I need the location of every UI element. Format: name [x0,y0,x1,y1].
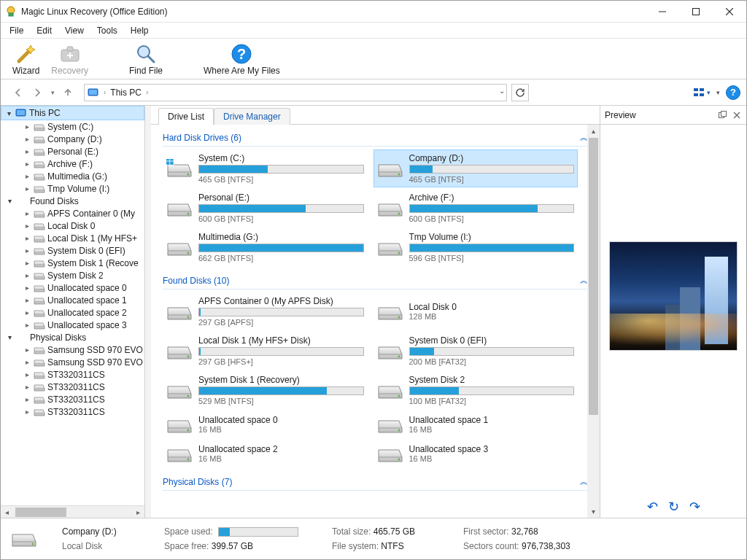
help-button[interactable]: ? [726,85,740,100]
drive-item[interactable]: Tmp Volume (I:)596 GB [NTFS] [374,228,578,266]
drive-item[interactable]: System (C:)465 GB [NTFS] [163,149,368,187]
find-file-button[interactable]: Find File [123,40,169,78]
chevron-right-icon[interactable]: ▸ [23,346,31,354]
drive-item[interactable]: Unallocated space 016 MB [163,411,368,438]
tree-item[interactable]: ▸Tmp Volume (I:) [23,184,144,194]
nav-up-button[interactable] [59,84,77,101]
chevron-right-icon[interactable]: ▸ [23,395,31,403]
drive-item[interactable]: Company (D:)465 GB [NTFS] [374,149,578,187]
close-button[interactable] [713,1,746,23]
rotate-left-button[interactable]: ↶ [647,499,658,515]
tree-item[interactable]: ▸Unallocated space 0 [23,283,144,293]
breadcrumb-root[interactable]: This PC [110,88,142,98]
chevron-right-icon[interactable]: ▸ [23,147,31,155]
tree-item[interactable]: ▸ST3320311CS [23,382,144,392]
tree-item[interactable]: ▸System Disk 0 (EFI) [23,246,144,256]
drive-item[interactable]: System Disk 0 (EFI)200 MB [FAT32] [374,332,578,370]
maximize-button[interactable] [679,1,713,23]
menu-edit[interactable]: Edit [31,24,58,37]
folder-tree[interactable]: ▾ This PC ▸System (C:)▸Company (D:)▸Pers… [1,106,144,505]
tab-drive-manager[interactable]: Drive Manager [214,108,290,125]
preview-popout-button[interactable] [717,110,727,120]
rotate-180-button[interactable]: ↻ [668,499,679,515]
chevron-right-icon[interactable]: ▸ [23,259,31,267]
address-dropdown-icon[interactable]: ⌄ [499,87,505,95]
chevron-right-icon[interactable]: ▸ [23,246,31,254]
menu-file[interactable]: File [4,24,29,37]
drive-item[interactable]: System Disk 2100 MB [FAT32] [374,371,578,409]
minimize-button[interactable] [646,1,679,23]
scroll-thumb[interactable] [15,508,66,517]
drive-item[interactable]: Unallocated space 116 MB [374,411,578,438]
view-mode-button[interactable]: ▾ [694,88,711,98]
tree-item[interactable]: ▸APFS Container 0 (My [23,209,144,219]
chevron-right-icon[interactable]: ▸ [23,296,31,304]
tree-hscrollbar[interactable]: ◂ ▸ [1,505,144,518]
menu-tools[interactable]: Tools [91,24,123,37]
chevron-right-icon[interactable]: ▸ [23,222,31,230]
scroll-right-icon[interactable]: ▸ [132,506,144,518]
chevron-right-icon[interactable]: ▸ [23,184,31,192]
chevron-down-icon[interactable]: ▾ [5,333,14,341]
wizard-button[interactable]: Wizard [7,40,45,78]
drive-item[interactable]: Unallocated space 316 MB [374,440,578,467]
tree-item[interactable]: ▸Multimedia (G:) [23,171,144,182]
chevron-right-icon[interactable]: ▸ [23,370,31,378]
drive-item[interactable]: Local Disk 0128 MB [374,292,578,330]
nav-forward-button[interactable] [28,84,46,101]
tree-item[interactable]: ▸Archive (F:) [23,159,144,169]
where-files-button[interactable]: ? Where Are My Files [198,40,286,78]
chevron-right-icon[interactable]: ▸ [23,408,31,416]
scroll-down-icon[interactable]: ▾ [587,505,600,518]
tree-item[interactable]: ▸ST3320311CS [23,394,144,405]
chevron-right-icon[interactable]: ▸ [23,122,31,131]
scroll-left-icon[interactable]: ◂ [1,506,13,518]
tree-item[interactable]: ▸Local Disk 1 (My HFS+ [23,233,144,244]
tree-item[interactable]: ▸System Disk 1 (Recove [23,258,144,268]
tree-item[interactable]: ▸Company (D:) [23,134,144,144]
tree-item[interactable]: ▸Local Disk 0 [23,221,144,231]
chevron-down-icon[interactable]: ▾ [5,197,14,205]
chevron-right-icon[interactable]: ▸ [23,209,31,217]
chevron-right-icon[interactable]: ▸ [23,383,31,391]
chevron-right-icon[interactable]: ▸ [23,271,31,279]
chevron-right-icon[interactable]: ▸ [23,358,31,366]
drive-item[interactable]: Unallocated space 216 MB [163,440,368,467]
menu-help[interactable]: Help [125,24,155,37]
tree-physical-disks[interactable]: ▾ Physical Disks [5,332,144,343]
drive-item[interactable]: Archive (F:)600 GB [NTFS] [374,189,578,227]
rotate-right-button[interactable]: ↷ [689,499,700,515]
drive-item[interactable]: APFS Container 0 (My APFS Disk)297 GB [A… [163,292,368,330]
refresh-button[interactable] [511,84,529,101]
section-physical[interactable]: Physical Disks (7) ︽ [163,473,588,491]
chevron-down-icon[interactable]: ▾ [4,109,13,117]
menu-view[interactable]: View [59,24,90,37]
drive-item[interactable]: Local Disk 1 (My HFS+ Disk)297 GB [HFS+] [163,332,368,370]
content-vscrollbar[interactable]: ▴ ▾ [587,125,600,518]
tree-item[interactable]: ▸ST3320311CS [23,407,144,417]
tree-item[interactable]: ▸Samsung SSD 970 EVO [23,357,144,368]
chevron-right-icon[interactable]: ▸ [23,160,31,168]
tree-item[interactable]: ▸Samsung SSD 970 EVO [23,345,144,355]
scroll-thumb[interactable] [589,138,598,415]
drive-item[interactable]: Personal (E:)600 GB [NTFS] [163,189,368,227]
tree-item[interactable]: ▸Unallocated space 3 [23,320,144,330]
view-mode-dropdown[interactable]: ▾ [716,89,720,96]
tree-item[interactable]: ▸System Disk 2 [23,271,144,281]
nav-back-button[interactable] [9,84,27,101]
chevron-right-icon[interactable]: ▸ [23,234,31,242]
tree-root[interactable]: ▾ This PC [1,106,144,120]
tab-drive-list[interactable]: Drive List [158,108,214,125]
chevron-right-icon[interactable]: ▸ [23,321,31,329]
chevron-right-icon[interactable]: ▸ [23,135,31,143]
drive-item[interactable]: Multimedia (G:)662 GB [NTFS] [163,228,368,266]
nav-history-button[interactable]: ▾ [47,84,58,101]
tree-item[interactable]: ▸ST3320311CS [23,370,144,380]
scroll-up-icon[interactable]: ▴ [587,125,600,137]
chevron-right-icon[interactable]: ▸ [23,308,31,316]
section-found[interactable]: Found Disks (10) ︽ [163,272,588,289]
preview-close-button[interactable] [732,110,742,120]
tree-item[interactable]: ▸Unallocated space 1 [23,295,144,306]
section-hdd[interactable]: Hard Disk Drives (6) ︽ [163,129,588,147]
drive-item[interactable]: System Disk 1 (Recovery)529 MB [NTFS] [163,371,368,409]
